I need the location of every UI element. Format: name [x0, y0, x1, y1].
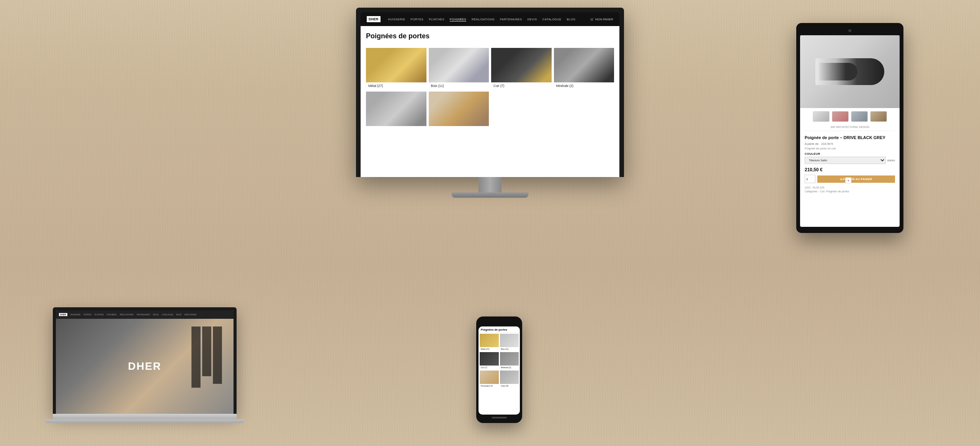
tablet-price-from-value: 210,50 €: [821, 142, 833, 146]
nav-item-realisations[interactable]: RÉALISATIONS: [472, 18, 495, 21]
laptop-panels: [191, 326, 222, 388]
phone-device: Poignées de portes Métal (27) Bois (11) …: [476, 316, 522, 423]
nav-cart[interactable]: 🛒 MON PANIER: [590, 18, 613, 21]
phone-header: Poignées de portes: [479, 326, 520, 333]
tablet-variant-4[interactable]: [870, 111, 887, 122]
page-title: Poignées de portes: [366, 32, 614, 40]
tablet-zoom-button[interactable]: +: [845, 177, 851, 184]
product-card-row2b[interactable]: [429, 92, 489, 126]
laptop-panel-2: [202, 326, 211, 376]
nav-logo[interactable]: DHER: [367, 16, 381, 22]
nav-item-portes[interactable]: PORTES: [410, 18, 423, 21]
tablet-variant-2[interactable]: [832, 111, 849, 122]
monitor-screen: DHER HUISSERIE PORTES PLINTHES POIGNÉES …: [361, 12, 619, 177]
tablet-categories: Catégories : Cuir, Poignées de portes: [805, 190, 895, 193]
tablet-brand: JNF ARCHITECTURAL DESIGN: [804, 125, 896, 131]
nav-item-catalogue[interactable]: CATALOGUE: [542, 18, 562, 21]
phone-label-color: Color (8): [500, 384, 519, 388]
phone-img-metal: [480, 334, 499, 347]
product-image-minerale: [554, 48, 614, 82]
product-card-bois[interactable]: Bois (11): [429, 48, 489, 89]
tablet-ugs: UGS : IN.05.425: [805, 186, 895, 189]
product-image-metal: [366, 48, 426, 82]
monitor-neck: [479, 177, 501, 192]
product-image-row2b: [429, 92, 489, 126]
tablet-device: JNF ARCHITECTURAL DESIGN Poignée de port…: [796, 23, 903, 233]
tablet-variant-1[interactable]: [813, 111, 830, 122]
product-card-minerale[interactable]: Minérale (2): [554, 48, 614, 89]
product-label-minerale: Minérale (2): [554, 82, 614, 89]
product-card-row2a[interactable]: [366, 92, 426, 126]
nav-item-poignees[interactable]: POIGNÉES: [450, 18, 466, 21]
product-image-row2a: [366, 92, 426, 126]
laptop-hero-text: DHER: [128, 360, 161, 372]
tablet-product-title: Poignée de porte – DRIVE BLACK GREY: [805, 135, 895, 140]
laptop-screen: DHER HUISSERIE PORTES PLINTHES POIGNÉES …: [56, 310, 234, 414]
phone-img-minerale: [500, 352, 519, 366]
nav-item-huisserie[interactable]: HUISSERIE: [388, 18, 405, 21]
product-label-metal: Métal (27): [366, 82, 426, 89]
tablet-bezel: JNF ARCHITECTURAL DESIGN Poignée de port…: [796, 23, 903, 233]
tablet-camera: [848, 29, 851, 32]
website-navbar: DHER HUISSERIE PORTES PLINTHES POIGNÉES …: [361, 12, 619, 26]
phone-card-color[interactable]: Color (8): [500, 371, 519, 388]
laptop-nav-devis: DEVIS: [153, 314, 159, 316]
phone-img-bois: [500, 334, 519, 347]
tablet-screen-wrap: JNF ARCHITECTURAL DESIGN Poignée de port…: [800, 35, 900, 227]
phone-card-minerale[interactable]: Minérale (2): [500, 352, 519, 369]
phone-notch: [492, 321, 507, 324]
tablet-variants: [800, 108, 900, 125]
laptop-device: DHER HUISSERIE PORTES PLINTHES POIGNÉES …: [53, 307, 237, 423]
phone-home-indicator: [492, 417, 507, 418]
tablet-color-label: COULEUR: [805, 152, 895, 156]
phone-img-color: [500, 371, 519, 384]
tablet-price-big: 210,50 €: [805, 167, 895, 172]
phone-card-bois[interactable]: Bois (11): [500, 334, 519, 351]
phone-product-grid: Métal (27) Bois (11) Cuir (7) Minérale (…: [479, 333, 520, 389]
tablet-quantity-input[interactable]: [805, 175, 815, 183]
laptop-bottom-bar: [53, 414, 237, 419]
tablet-add-to-cart-button[interactable]: AJOUTER AU PANIER: [817, 175, 895, 183]
cart-label: MON PANIER: [595, 18, 613, 21]
tablet-variant-3[interactable]: [851, 111, 868, 122]
phone-img-cuir: [480, 352, 499, 366]
phone-bezel: Poignées de portes Métal (27) Bois (11) …: [476, 316, 522, 423]
product-grid: Métal (27) Bois (11) Cuir (7) Minérale (…: [361, 48, 619, 126]
cart-icon: 🛒: [590, 18, 594, 21]
tablet-screen: JNF ARCHITECTURAL DESIGN Poignée de port…: [800, 35, 900, 227]
tablet-price-from-label: A partir de 210,50 €: [805, 142, 895, 146]
product-card-cuir[interactable]: Cuir (7): [491, 48, 552, 89]
monitor-bezel: DHER HUISSERIE PORTES PLINTHES POIGNÉES …: [356, 8, 624, 177]
desktop-monitor: DHER HUISSERIE PORTES PLINTHES POIGNÉES …: [356, 8, 624, 198]
nav-item-plinthes[interactable]: PLINTHES: [429, 18, 444, 21]
scene-container: DHER HUISSERIE PORTES PLINTHES POIGNÉES …: [0, 0, 980, 446]
monitor-base: [452, 192, 528, 198]
phone-label-metal: Métal (27): [480, 347, 499, 351]
tablet-color-section: COULEUR Titanium Satin Autres: [805, 152, 895, 164]
laptop-base: [45, 419, 244, 423]
nav-item-blog[interactable]: BLOG: [567, 18, 576, 21]
tablet-color-row: Titanium Satin Autres: [805, 157, 895, 164]
laptop-nav-portes: PORTES: [84, 314, 91, 316]
tablet-color-other: Autres: [887, 159, 895, 162]
laptop-nav-logo: DHER: [59, 313, 67, 316]
laptop-nav-plinthes: PLINTHES: [95, 314, 104, 316]
tablet-product-info: Poignée de porte – DRIVE BLACK GREY A pa…: [800, 131, 900, 197]
phone-card-porcelaine[interactable]: Porcelaine (4): [480, 371, 499, 388]
phone-label-cuir: Cuir (7): [480, 366, 499, 369]
laptop-nav-huisserie: HUISSERIE: [70, 314, 81, 316]
laptop-panel-3: [213, 326, 222, 384]
laptop-bezel: DHER HUISSERIE PORTES PLINTHES POIGNÉES …: [53, 307, 237, 414]
nav-item-devis[interactable]: DEVIS: [528, 18, 537, 21]
phone-card-metal[interactable]: Métal (27): [480, 334, 499, 351]
laptop-nav-partenaires: PARTENAIRES: [137, 314, 150, 316]
tablet-color-select[interactable]: Titanium Satin: [805, 157, 886, 164]
laptop-nav-cart: MON PANIER: [185, 314, 196, 316]
laptop-nav-realisations: RÉALISATIONS: [120, 314, 134, 316]
page-hero: Poignées de portes: [361, 26, 619, 48]
phone-label-bois: Bois (11): [500, 347, 519, 351]
phone-card-cuir[interactable]: Cuir (7): [480, 352, 499, 369]
laptop-nav-poignees: POIGNÉES: [107, 314, 117, 316]
nav-item-partenaires[interactable]: PARTENAIRES: [500, 18, 522, 21]
product-card-metal[interactable]: Métal (27): [366, 48, 426, 89]
